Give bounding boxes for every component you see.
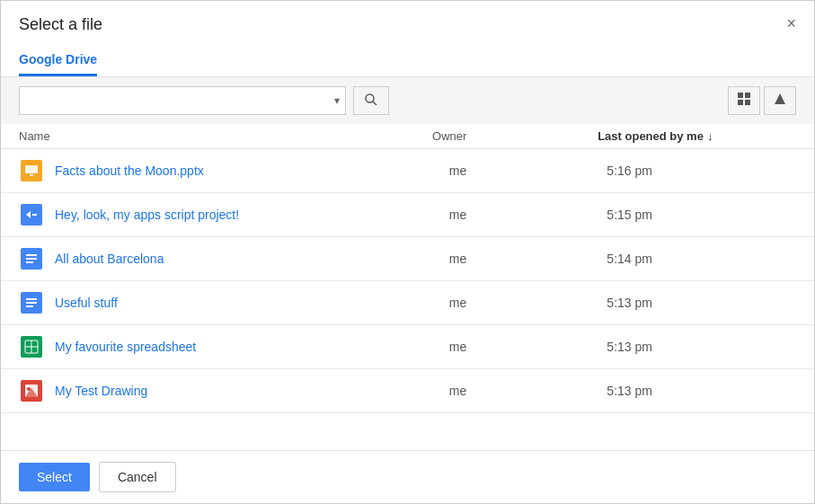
sort-icon: [773, 92, 787, 110]
docs-icon: [21, 248, 42, 270]
dialog-header: Select a file ×: [1, 1, 814, 34]
file-owner: me: [449, 252, 607, 266]
file-owner: me: [449, 208, 607, 222]
search-dropdown-button[interactable]: ▾: [329, 94, 345, 107]
grid-icon: [737, 92, 751, 110]
file-name: Facts about the Moon.pptx: [55, 164, 449, 178]
file-icon: [19, 290, 44, 315]
file-name: My favourite spreadsheet: [55, 340, 449, 354]
slides-icon: [21, 160, 42, 181]
svg-rect-19: [26, 302, 37, 304]
svg-rect-3: [745, 93, 750, 98]
svg-rect-8: [25, 165, 38, 173]
file-icon: [19, 158, 44, 183]
table-row[interactable]: All about Barceloname5:14 pm: [1, 237, 814, 281]
select-button[interactable]: Select: [19, 463, 90, 491]
table-row[interactable]: Useful stuffme5:13 pm: [1, 281, 814, 325]
script-icon: [21, 204, 42, 225]
close-button[interactable]: ×: [786, 15, 796, 31]
file-owner: me: [449, 384, 607, 398]
search-icon: [364, 93, 378, 110]
dialog-footer: Select Cancel: [1, 450, 814, 503]
svg-rect-2: [738, 93, 743, 98]
tab-google-drive[interactable]: Google Drive: [19, 45, 97, 76]
file-owner: me: [449, 296, 607, 310]
table-row[interactable]: Hey, look, my apps script project!me5:15…: [1, 193, 814, 237]
file-date: 5:13 pm: [607, 296, 796, 310]
file-list: Facts about the Moon.pptxme5:16 pmHey, l…: [1, 149, 814, 450]
table-row[interactable]: My favourite spreadsheetme5:13 pm: [1, 325, 814, 369]
toolbar: ▾: [1, 77, 814, 124]
col-name-header: Name: [19, 129, 432, 143]
file-name: Useful stuff: [55, 296, 449, 310]
file-icon: [19, 334, 44, 359]
svg-rect-16: [26, 261, 33, 263]
table-row[interactable]: My Test Drawingme5:13 pm: [1, 369, 814, 413]
svg-rect-5: [745, 100, 750, 105]
file-icon: [19, 202, 44, 227]
svg-point-0: [366, 94, 374, 102]
tab-bar: Google Drive: [1, 45, 814, 77]
svg-rect-4: [738, 100, 743, 105]
file-owner: me: [449, 340, 607, 354]
sheets-icon: [21, 336, 42, 358]
drawing-icon: [21, 380, 42, 402]
file-name: Hey, look, my apps script project!: [55, 208, 449, 222]
svg-rect-14: [26, 254, 37, 256]
svg-rect-12: [32, 214, 37, 216]
file-icon: [19, 378, 44, 403]
file-date: 5:14 pm: [607, 252, 796, 266]
file-date: 5:16 pm: [607, 164, 796, 178]
search-input[interactable]: [20, 91, 329, 111]
file-name: My Test Drawing: [55, 384, 449, 398]
grid-view-button[interactable]: [728, 86, 760, 115]
select-file-dialog: Select a file × Google Drive ▾: [0, 0, 815, 504]
sort-arrow-icon: ↓: [707, 129, 713, 143]
dialog-title: Select a file: [19, 15, 102, 34]
file-list-header: Name Owner Last opened by me ↓: [1, 124, 814, 149]
file-icon: [19, 246, 44, 271]
svg-rect-15: [26, 258, 37, 260]
file-name: All about Barcelona: [55, 252, 449, 266]
view-buttons: [728, 86, 796, 115]
sort-view-button[interactable]: [764, 86, 796, 115]
table-row[interactable]: Facts about the Moon.pptxme5:16 pm: [1, 149, 814, 193]
search-container: ▾: [19, 86, 346, 115]
file-date: 5:13 pm: [607, 340, 796, 354]
col-last-header[interactable]: Last opened by me ↓: [598, 129, 796, 143]
cancel-button[interactable]: Cancel: [99, 462, 176, 492]
svg-rect-18: [26, 298, 37, 300]
search-button[interactable]: [353, 86, 389, 115]
col-owner-header: Owner: [432, 129, 598, 143]
svg-rect-9: [30, 174, 33, 176]
file-date: 5:15 pm: [607, 208, 796, 222]
svg-rect-20: [26, 305, 33, 307]
svg-rect-10: [22, 206, 40, 224]
svg-marker-6: [775, 93, 785, 104]
docs-icon: [21, 292, 42, 314]
file-owner: me: [449, 164, 607, 178]
svg-line-1: [373, 102, 376, 105]
file-date: 5:13 pm: [607, 384, 796, 398]
